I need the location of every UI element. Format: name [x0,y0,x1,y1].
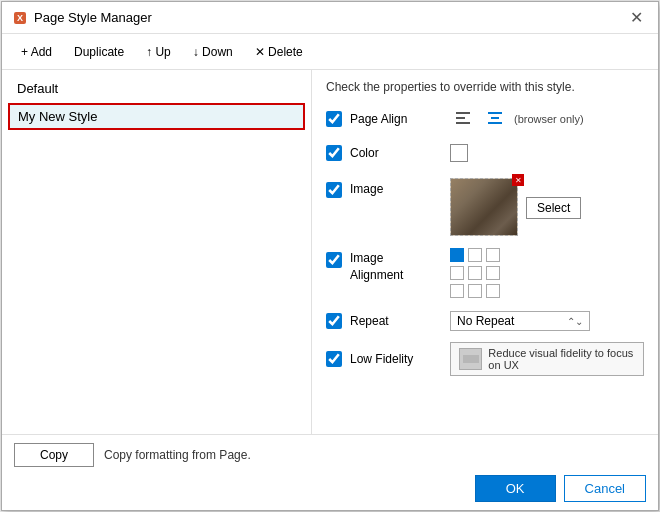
copy-description: Copy formatting from Page. [104,448,251,462]
image-alignment-checkbox[interactable] [326,252,342,268]
style-list: Default My New Style [8,76,305,428]
align-cell-0-0[interactable] [450,248,464,262]
repeat-dropdown[interactable]: No Repeat ⌃⌄ [450,311,590,331]
align-center-icon[interactable] [482,108,508,131]
color-swatch[interactable] [450,144,468,162]
low-fidelity-label: Low Fidelity [350,352,450,366]
repeat-checkbox[interactable] [326,313,342,329]
align-cell-2-0[interactable] [450,284,464,298]
right-panel-header: Check the properties to override with th… [326,80,644,94]
image-checkbox[interactable] [326,182,342,198]
low-fidelity-value: Reduce visual fidelity to focus on UX [450,342,644,376]
page-align-label: Page Align [350,112,450,126]
image-row: Image ✕ Select [326,174,644,238]
bottom-bar: Copy Copy formatting from Page. OK Cance… [2,434,658,510]
color-label: Color [350,146,450,160]
dialog-window: X Page Style Manager ✕ + Add Duplicate ↑… [1,1,659,511]
align-cell-1-0[interactable] [450,266,464,280]
low-fidelity-icon [459,348,482,370]
title-bar: X Page Style Manager ✕ [2,2,658,34]
page-align-checkbox[interactable] [326,111,342,127]
page-align-value: (browser only) [450,108,584,131]
repeat-selected-value: No Repeat [457,314,514,328]
cancel-button[interactable]: Cancel [564,475,646,502]
app-icon: X [12,10,28,26]
image-thumbnail [451,179,517,235]
browser-only-text: (browser only) [514,113,584,125]
image-container: ✕ [450,178,520,238]
toolbar: + Add Duplicate ↑ Up ↓ Down ✕ Delete [2,34,658,70]
repeat-label: Repeat [350,314,450,328]
dropdown-arrow-icon: ⌃⌄ [567,316,583,327]
ok-button[interactable]: OK [475,475,556,502]
page-align-row: Page Align [326,106,644,132]
svg-text:X: X [17,13,23,23]
align-cell-1-1[interactable] [468,266,482,280]
main-content: Default My New Style Check the propertie… [2,70,658,434]
down-button[interactable]: ↓ Down [184,41,242,63]
image-alignment-label: Image Alignment [350,250,450,284]
copy-button[interactable]: Copy [14,443,94,467]
svg-rect-9 [463,355,479,363]
style-item-my-new-style[interactable]: My New Style [8,103,305,130]
image-select-button[interactable]: Select [526,197,581,219]
low-fidelity-description: Reduce visual fidelity to focus on UX [488,347,635,371]
alignment-grid [450,248,502,300]
image-value: ✕ Select [450,178,581,238]
low-fidelity-row: Low Fidelity Reduce visual fidelity to f… [326,342,644,376]
align-cell-2-1[interactable] [468,284,482,298]
repeat-row: Repeat No Repeat ⌃⌄ [326,308,644,334]
repeat-value: No Repeat ⌃⌄ [450,311,590,331]
align-cell-0-2[interactable] [486,248,500,262]
close-button[interactable]: ✕ [624,6,648,30]
low-fidelity-checkbox[interactable] [326,351,342,367]
color-row: Color [326,140,644,166]
style-item-default[interactable]: Default [8,76,305,101]
align-cell-1-2[interactable] [486,266,500,280]
image-preview [450,178,518,236]
right-panel: Check the properties to override with th… [312,70,658,434]
add-button[interactable]: + Add [12,41,61,63]
color-value [450,144,468,162]
left-panel: Default My New Style [2,70,312,434]
delete-button[interactable]: ✕ Delete [246,41,312,63]
image-label: Image [350,182,450,196]
align-left-icon[interactable] [450,108,476,131]
up-button[interactable]: ↑ Up [137,41,180,63]
low-fidelity-box: Reduce visual fidelity to focus on UX [450,342,644,376]
properties-grid: Page Align [326,106,644,424]
align-cell-0-1[interactable] [468,248,482,262]
copy-row: Copy Copy formatting from Page. [14,443,646,467]
action-row: OK Cancel [14,475,646,502]
align-cell-2-2[interactable] [486,284,500,298]
duplicate-button[interactable]: Duplicate [65,41,133,63]
color-checkbox[interactable] [326,145,342,161]
dialog-title: Page Style Manager [34,10,624,25]
image-alignment-value [450,248,502,300]
image-alignment-row: Image Alignment [326,246,644,300]
image-remove-button[interactable]: ✕ [512,174,524,186]
